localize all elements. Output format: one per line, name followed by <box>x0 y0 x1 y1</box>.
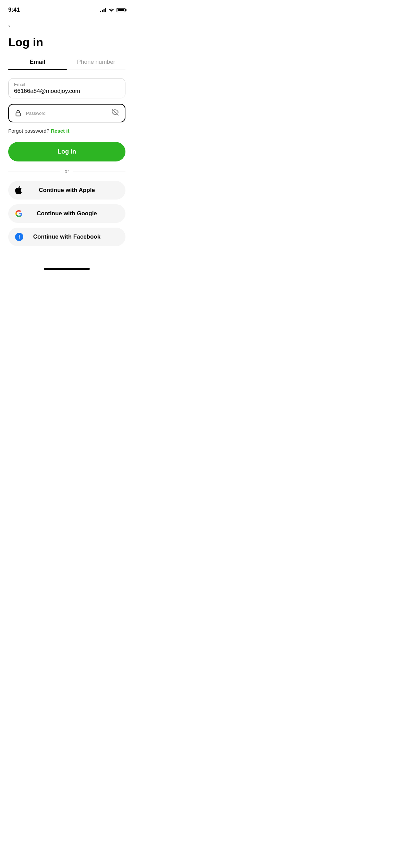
facebook-login-button[interactable]: f Continue with Facebook <box>8 228 125 246</box>
facebook-button-label: Continue with Facebook <box>33 233 100 240</box>
google-button-label: Continue with Google <box>37 210 97 217</box>
wifi-icon <box>108 8 114 12</box>
or-text: or <box>64 168 69 174</box>
divider-line-right <box>73 171 125 171</box>
apple-login-button[interactable]: Continue with Apple <box>8 181 125 200</box>
battery-icon <box>117 8 125 12</box>
forgot-password-text: Forgot password? <box>8 128 49 134</box>
reset-link[interactable]: Reset it <box>51 128 69 134</box>
password-visibility-toggle[interactable] <box>111 108 119 118</box>
tab-email[interactable]: Email <box>8 59 67 70</box>
status-icons <box>100 8 125 12</box>
apple-button-label: Continue with Apple <box>39 187 95 194</box>
email-input-group[interactable]: Email 66166a84@moodjoy.com <box>8 78 125 98</box>
email-label: Email <box>14 82 120 87</box>
google-login-button[interactable]: Continue with Google <box>8 204 125 223</box>
page-title: Log in <box>8 36 125 49</box>
main-content: Log in Email Phone number Email 66166a84… <box>0 33 134 265</box>
divider-line-left <box>8 171 60 171</box>
lock-icon <box>14 109 22 117</box>
home-bar <box>44 268 90 270</box>
home-indicator <box>0 265 134 273</box>
facebook-icon: f <box>15 233 23 241</box>
login-tabs: Email Phone number <box>8 59 125 70</box>
svg-rect-0 <box>16 113 21 116</box>
status-bar: 9:41 <box>0 0 134 17</box>
or-divider: or <box>8 168 125 174</box>
forgot-password-row: Forgot password? Reset it <box>8 128 125 134</box>
signal-icon <box>100 8 106 12</box>
google-icon <box>15 210 23 217</box>
password-inner: Password <box>26 111 111 116</box>
back-button[interactable]: ← <box>0 17 134 33</box>
password-label: Password <box>26 111 111 116</box>
apple-icon <box>15 186 22 194</box>
password-input-group[interactable]: Password <box>8 104 125 122</box>
status-time: 9:41 <box>8 7 20 13</box>
login-button[interactable]: Log in <box>8 142 125 161</box>
tab-phone[interactable]: Phone number <box>67 59 125 70</box>
back-arrow-icon: ← <box>7 21 14 30</box>
email-value: 66166a84@moodjoy.com <box>14 88 120 95</box>
